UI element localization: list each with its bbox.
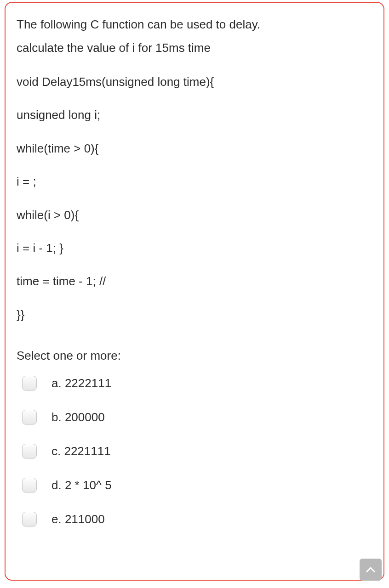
option-c-label: c. 2221111 bbox=[51, 444, 111, 458]
option-b-row: b. 200000 bbox=[22, 410, 372, 424]
code-line-5: while(i > 0){ bbox=[17, 207, 372, 223]
option-a-row: a. 2222111 bbox=[22, 376, 372, 390]
option-e-label: e. 211000 bbox=[51, 512, 105, 526]
select-prompt: Select one or more: bbox=[17, 349, 372, 363]
question-line-2: calculate the value of i for 15ms time bbox=[17, 39, 372, 57]
option-d-label: d. 2 * 10^ 5 bbox=[51, 478, 112, 492]
option-a-checkbox[interactable] bbox=[22, 376, 37, 390]
code-line-2: unsigned long i; bbox=[17, 107, 372, 123]
option-e-row: e. 211000 bbox=[22, 512, 372, 526]
option-a-label: a. 2222111 bbox=[51, 376, 111, 390]
chevron-up-icon bbox=[366, 566, 375, 573]
option-b-label: b. 200000 bbox=[51, 410, 105, 424]
option-c-checkbox[interactable] bbox=[22, 444, 37, 458]
option-b-checkbox[interactable] bbox=[22, 410, 37, 424]
question-card: The following C function can be used to … bbox=[5, 2, 384, 581]
option-c-row: c. 2221111 bbox=[22, 444, 372, 458]
code-line-4: i = ; bbox=[17, 173, 372, 190]
question-line-1: The following C function can be used to … bbox=[17, 16, 372, 34]
code-line-8: }} bbox=[17, 306, 372, 323]
option-d-row: d. 2 * 10^ 5 bbox=[22, 478, 372, 492]
code-line-1: void Delay15ms(unsigned long time){ bbox=[17, 74, 372, 90]
option-e-checkbox[interactable] bbox=[22, 512, 37, 526]
option-d-checkbox[interactable] bbox=[22, 478, 37, 492]
code-line-7: time = time - 1; // bbox=[17, 273, 372, 289]
code-line-6: i = i - 1; } bbox=[17, 240, 372, 256]
code-line-3: while(time > 0){ bbox=[17, 140, 372, 157]
scroll-to-top-button[interactable] bbox=[360, 559, 382, 581]
